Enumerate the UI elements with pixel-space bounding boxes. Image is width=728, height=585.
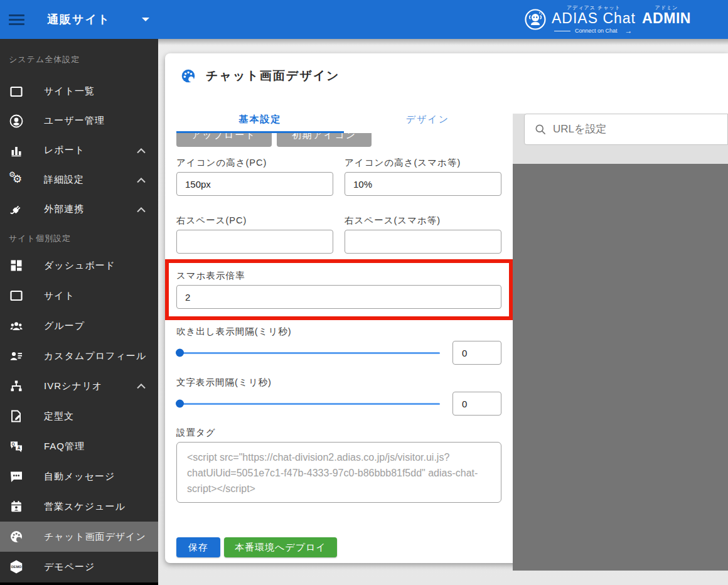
right-space-sp-label: 右スペース(スマホ等) [345,215,501,227]
group-icon [9,318,24,333]
chevron-up-icon[interactable] [137,177,146,183]
char-interval-slider[interactable] [176,403,440,405]
menu-icon[interactable] [9,12,24,28]
sidebar-section-system: システム全体設定 [0,39,158,77]
page-title: チャット画面デザイン [206,68,340,84]
logo-tagline: Connect on Chat → [554,27,691,35]
bubble-interval-slider[interactable] [176,352,440,354]
sidebar-section-site: サイト個別設定 [0,224,158,250]
main-page: チャット画面デザイン 基本設定 デザイン アップロード 初期アイコン アイコンの… [158,39,728,585]
auto-message-icon [9,469,24,484]
sidebar-item-faq[interactable]: Q A FAQ管理 [0,431,158,461]
logo-admin: ADMIN [642,11,691,26]
sidebar-item-template-text[interactable]: 定型文 [0,401,158,431]
site-list-icon [9,84,24,99]
custom-profile-icon [9,348,24,363]
tabbar: 基本設定 デザイン [176,105,511,133]
demo-icon: DEMO [9,559,24,574]
settings-gears-icon: ⚙⚙ [9,173,24,188]
active-tab-indicator [176,131,344,133]
svg-text:A: A [18,446,21,450]
sidebar-item-group[interactable]: グループ [0,311,158,341]
chevron-up-icon[interactable] [137,148,146,153]
faq-icon: Q A [9,439,24,454]
preview-viewport [513,164,728,571]
search-icon [534,123,547,136]
chevron-up-icon[interactable] [137,207,146,212]
tab-design[interactable]: デザイン [344,105,511,133]
sp-display-scale-input[interactable] [176,285,501,309]
robot-logo-icon [524,8,547,31]
preview-url-input[interactable] [553,123,697,136]
ivr-scenario-icon [9,378,24,394]
icon-height-sp-input[interactable] [345,172,501,196]
tab-basic-settings[interactable]: 基本設定 [176,105,344,133]
tagline-arrow-icon: → [625,27,631,35]
icon-height-pc-input[interactable] [176,172,333,196]
right-space-pc-input[interactable] [176,230,333,254]
slider-thumb[interactable] [176,400,184,408]
palette-icon [9,529,24,544]
embed-tag-label: 設置タグ [176,427,501,439]
preview-url-bar [513,114,728,164]
app-header: 通販サイト アディアス チャット ADIAS Chat アドミン ADMIN [0,0,728,39]
char-interval-label: 文字表示間隔(ミリ秒) [176,377,501,389]
chat-design-card: チャット画面デザイン 基本設定 デザイン アップロード 初期アイコン アイコンの… [165,53,728,563]
sidebar-item-external-integration[interactable]: 外部連携 [0,195,158,224]
user-management-icon [9,114,24,129]
bubble-interval-label: 吹き出し表示間隔(ミリ秒) [176,326,501,338]
sidebar-item-dashboard[interactable]: ダッシュボード [0,250,158,281]
char-interval-input[interactable] [452,392,501,416]
right-space-pc-label: 右スペース(PC) [176,215,333,227]
demo-badge-text: DEMO [11,565,22,569]
svg-text:Q: Q [11,442,14,447]
plug-icon [9,202,24,217]
icon-height-sp-label: アイコンの高さ(スマホ等) [345,157,501,169]
report-icon [9,143,24,158]
preview-panel [513,105,728,562]
slider-thumb[interactable] [176,349,184,357]
sidebar-item-demo-page[interactable]: DEMO デモページ [0,552,158,582]
sidebar: システム全体設定 サイト一覧 ユーザー管理 レポート [0,39,158,585]
sidebar-item-business-schedule[interactable]: 営業スケジュール [0,491,158,522]
sidebar-item-custom-profile[interactable]: カスタムプロフィール [0,341,158,371]
sidebar-item-chat-screen-design[interactable]: チャット画面デザイン [0,522,158,552]
sidebar-item-report[interactable]: レポート [0,136,158,165]
schedule-icon [9,499,24,514]
site-selector-label: 通販サイト [47,12,110,27]
deploy-button[interactable]: 本番環境へデプロイ [224,537,337,557]
sp-display-scale-label: スマホ表示倍率 [176,270,501,282]
sidebar-item-ivr-scenario[interactable]: IVRシナリオ [0,371,158,401]
site-icon [9,288,24,303]
sidebar-item-site-list[interactable]: サイト一覧 [0,77,158,106]
adias-chat-admin-logo: アディアス チャット ADIAS Chat アドミン ADMIN Connect… [524,4,691,35]
dashboard-icon [9,258,24,273]
caret-down-icon [142,18,149,21]
sidebar-item-auto-message[interactable]: 自動メッセージ [0,461,158,491]
site-selector-dropdown[interactable]: 通販サイト [47,12,149,27]
icon-height-pc-label: アイコンの高さ(PC) [176,157,333,169]
sidebar-item-user-management[interactable]: ユーザー管理 [0,106,158,136]
logo-furigana-main: アディアス チャット [567,4,621,11]
sidebar-item-advanced-settings[interactable]: ⚙⚙ 詳細設定 [0,165,158,195]
embed-tag-textarea[interactable]: <script src="https://chat-division2.adia… [176,442,501,503]
bubble-interval-input[interactable] [452,341,501,365]
logo-adias-chat: ADIAS Chat [552,11,636,26]
page-title-palette-icon [180,68,196,84]
right-space-sp-input[interactable] [345,230,501,254]
save-button[interactable]: 保存 [176,537,220,557]
sidebar-item-site[interactable]: サイト [0,281,158,311]
preview-url-box[interactable] [524,114,728,145]
logo-furigana-admin: アドミン [655,4,678,11]
chevron-up-icon[interactable] [137,384,146,389]
template-text-icon [9,409,24,424]
tagline-line [554,31,570,31]
